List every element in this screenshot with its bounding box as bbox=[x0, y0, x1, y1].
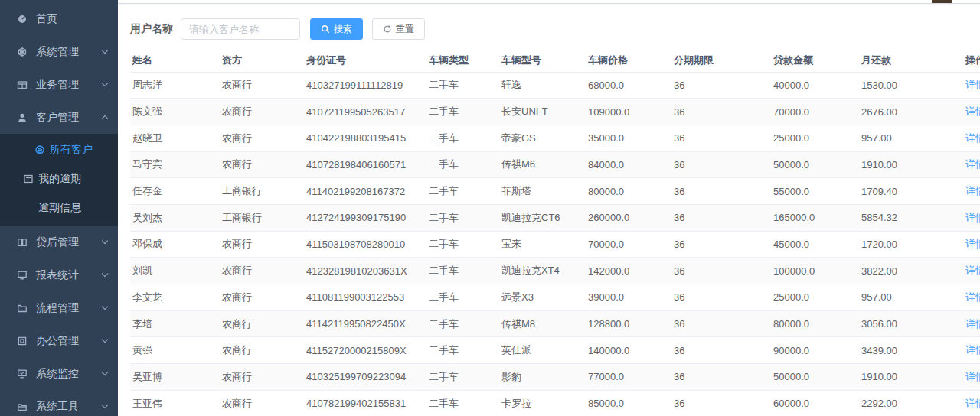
cell-11-8: 1910.00 bbox=[859, 364, 951, 391]
cell-9-5: 128800.0 bbox=[586, 310, 671, 337]
sidebar-subitem-label: 所有客户 bbox=[50, 143, 93, 157]
cell-4-5: 80000.0 bbox=[586, 178, 671, 205]
cell-11-0: 吴亚博 bbox=[130, 364, 220, 391]
cell-2-1: 农商行 bbox=[220, 125, 304, 151]
cell-1-2: 410721199505263517 bbox=[304, 99, 426, 125]
cell-0-7: 40000.0 bbox=[771, 72, 859, 99]
detail-link[interactable]: 详情 bbox=[965, 318, 980, 330]
detail-link[interactable]: 详情 bbox=[965, 212, 980, 223]
tab-3[interactable]: 订单详情× bbox=[297, 3, 356, 4]
column-header-6: 分期期限 bbox=[671, 49, 771, 72]
chevron-down-icon bbox=[102, 304, 108, 310]
sidebar-item-0[interactable]: 首页 bbox=[0, 2, 118, 35]
cell-8-4: 远景X3 bbox=[499, 284, 586, 311]
cell-5-6: 36 bbox=[671, 204, 771, 231]
cell-op-6: 详情 bbox=[951, 231, 980, 258]
cell-10-1: 农商行 bbox=[220, 337, 304, 364]
cell-4-8: 1709.40 bbox=[859, 178, 951, 205]
cell-5-0: 吴刘杰 bbox=[130, 204, 220, 231]
sidebar-item-9[interactable]: 系统工具 bbox=[0, 390, 118, 416]
tab-4[interactable]: 贷后催收记录× bbox=[360, 3, 437, 4]
column-header-3: 车辆类型 bbox=[426, 49, 499, 72]
customer-name-input[interactable] bbox=[181, 18, 300, 40]
detail-link[interactable]: 详情 bbox=[965, 106, 980, 117]
table-row-12: 王亚伟农商行410782199402155831二手车卡罗拉85000.0366… bbox=[130, 390, 980, 416]
cell-8-8: 957.00 bbox=[859, 284, 951, 311]
cell-9-4: 传祺M8 bbox=[499, 310, 586, 337]
tab-6[interactable]: 公司银行卡× bbox=[523, 3, 591, 4]
sidebar-item-3[interactable]: 客户管理 bbox=[0, 101, 118, 134]
cell-0-4: 轩逸 bbox=[499, 72, 586, 99]
cell-8-6: 36 bbox=[671, 284, 771, 311]
tab-2[interactable]: 逾期信息× bbox=[234, 3, 292, 4]
cell-8-2: 411081199003122553 bbox=[304, 284, 426, 311]
sidebar-item-8[interactable]: 系统监控 bbox=[0, 357, 118, 390]
cell-10-3: 二手车 bbox=[426, 337, 499, 364]
cell-9-0: 李培 bbox=[130, 310, 220, 337]
tab-9[interactable]: 紧急联系人× bbox=[731, 3, 799, 4]
cell-8-0: 李文龙 bbox=[130, 284, 220, 311]
tab-8[interactable]: 外访记录× bbox=[668, 3, 727, 4]
chevron-down-icon bbox=[102, 238, 108, 244]
sidebar-subitem-2[interactable]: 逾期信息 bbox=[0, 193, 118, 223]
detail-link[interactable]: 详情 bbox=[965, 265, 980, 276]
cell-0-2: 410327199111112819 bbox=[304, 72, 426, 99]
cell-2-8: 957.00 bbox=[859, 125, 951, 151]
sidebar-subitem-0[interactable]: 所有客户 bbox=[0, 135, 118, 164]
tab-10[interactable]: 客户GPS信息× bbox=[803, 3, 882, 4]
chevron-up-icon bbox=[102, 115, 108, 122]
tab-5[interactable]: 催收处理方案× bbox=[442, 3, 519, 4]
cell-6-8: 1720.00 bbox=[859, 231, 951, 258]
cell-op-3: 详情 bbox=[951, 151, 980, 178]
sidebar-item-2[interactable]: 业务管理 bbox=[0, 68, 118, 101]
cell-7-2: 41232819810203631X bbox=[304, 258, 426, 284]
cell-1-5: 109000.0 bbox=[586, 99, 671, 125]
detail-link[interactable]: 详情 bbox=[965, 238, 980, 249]
cell-8-7: 25000.0 bbox=[771, 284, 859, 311]
sidebar-item-label: 办公管理 bbox=[36, 334, 103, 348]
cell-11-6: 36 bbox=[671, 364, 771, 391]
sidebar-item-6[interactable]: 流程管理 bbox=[0, 291, 118, 324]
table-row-0: 周志洋农商行410327199111112819二手车轩逸68000.03640… bbox=[130, 72, 980, 99]
search-button[interactable]: 搜索 bbox=[310, 18, 363, 40]
detail-link[interactable]: 详情 bbox=[965, 371, 980, 382]
sidebar-submenu: 所有客户我的逾期逾期信息 bbox=[0, 134, 118, 226]
monitor-icon bbox=[17, 369, 28, 379]
cell-2-0: 赵晓卫 bbox=[130, 125, 220, 151]
customer-table: 姓名资方身份证号车辆类型车辆型号车辆价格分期期限贷款金额月还款操作 周志洋农商行… bbox=[130, 49, 980, 416]
sidebar-item-7[interactable]: 办公管理 bbox=[0, 324, 118, 357]
detail-link[interactable]: 详情 bbox=[965, 79, 980, 90]
detail-link[interactable]: 详情 bbox=[965, 158, 980, 170]
tab-1[interactable]: 所有客户× bbox=[161, 3, 230, 4]
cell-3-8: 1910.00 bbox=[859, 151, 951, 178]
cell-op-0: 详情 bbox=[951, 72, 980, 99]
detail-link[interactable]: 详情 bbox=[965, 185, 980, 197]
sidebar-item-1[interactable]: 系统管理 bbox=[0, 35, 118, 68]
cell-0-3: 二手车 bbox=[426, 72, 499, 99]
sidebar-subitem-1[interactable]: 我的逾期 bbox=[0, 164, 118, 193]
detail-link[interactable]: 详情 bbox=[965, 344, 980, 356]
sidebar-item-5[interactable]: 报表统计 bbox=[0, 258, 118, 291]
detail-link[interactable]: 详情 bbox=[965, 291, 980, 303]
table-row-2: 赵晓卫农商行410422198803195415二手车帝豪GS35000.036… bbox=[130, 125, 980, 151]
cell-7-4: 凯迪拉克XT4 bbox=[499, 258, 586, 284]
sidebar-item-4[interactable]: 贷后管理 bbox=[0, 226, 118, 258]
cell-0-0: 周志洋 bbox=[130, 72, 220, 99]
cell-12-6: 36 bbox=[671, 390, 771, 416]
tab-12[interactable]: 我的流程× bbox=[949, 3, 980, 4]
username-label: 用户名称 bbox=[130, 22, 173, 36]
tab-0[interactable]: 首页 bbox=[125, 3, 157, 4]
customer-table-wrap: 姓名资方身份证号车辆类型车辆型号车辆价格分期期限贷款金额月还款操作 周志洋农商行… bbox=[118, 40, 980, 416]
tab-7[interactable]: 客户银行卡× bbox=[596, 3, 664, 4]
reset-button[interactable]: 重置 bbox=[372, 18, 425, 40]
detail-link[interactable]: 详情 bbox=[965, 398, 980, 409]
cell-11-7: 50000.0 bbox=[771, 364, 859, 391]
tab-11[interactable]: 我的待办× bbox=[886, 3, 945, 4]
cell-6-2: 411503198708280010 bbox=[304, 231, 426, 258]
detail-link[interactable]: 详情 bbox=[965, 132, 980, 144]
cell-9-3: 二手车 bbox=[426, 310, 499, 337]
cell-12-0: 王亚伟 bbox=[130, 390, 220, 416]
sidebar-item-label: 报表统计 bbox=[36, 268, 103, 282]
cell-5-3: 二手车 bbox=[426, 204, 499, 231]
sidebar-subitem-label: 我的逾期 bbox=[38, 172, 81, 186]
